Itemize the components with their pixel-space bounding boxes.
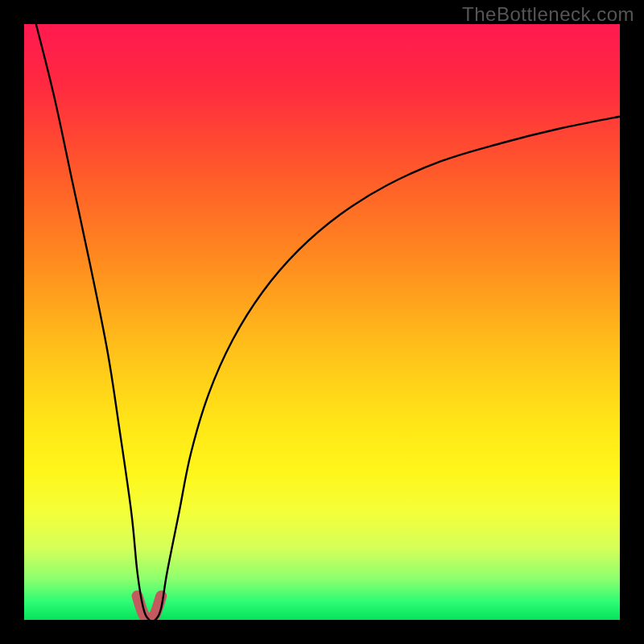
bottleneck-curve xyxy=(36,24,620,620)
watermark-text: TheBottleneck.com xyxy=(462,3,634,26)
chart-plot-area xyxy=(24,24,620,620)
chart-curves-layer xyxy=(24,24,620,620)
